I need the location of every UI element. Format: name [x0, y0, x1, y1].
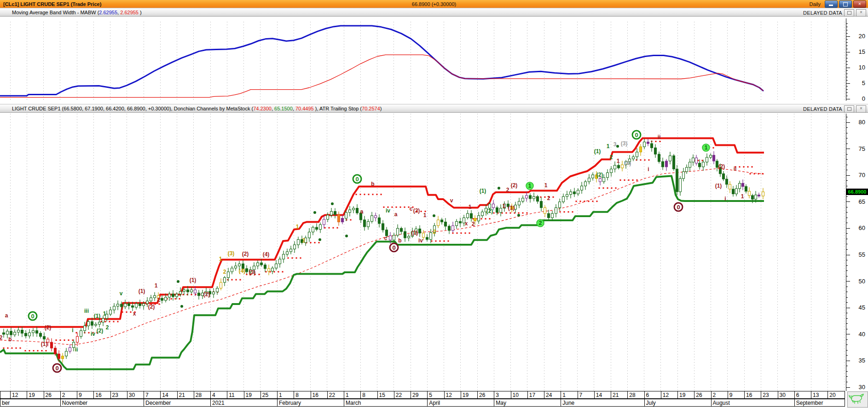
svg-text:(2): (2)	[45, 324, 52, 331]
svg-text:1: 1	[469, 204, 472, 210]
svg-text:c: c	[410, 206, 413, 212]
week-cell: 19	[244, 391, 260, 399]
svg-text:i: i	[72, 327, 73, 333]
week-cell: 22	[327, 391, 344, 399]
svg-text:2: 2	[433, 229, 436, 235]
week-cell: 12	[661, 391, 677, 399]
svg-text:a: a	[360, 208, 364, 215]
week-cell: 1	[344, 391, 360, 399]
svg-text:(1): (1)	[139, 288, 145, 294]
window-titlebar: [CLc1] LIGHT CRUDE SEP1 (Trade Price) 66…	[0, 0, 868, 8]
chart-canvas[interactable]: ab2(2)(1)iiiiiiiv(1)(2)12vx(1)(2)12(1)(2…	[0, 0, 868, 408]
last-price-tag: 66.8900	[846, 189, 868, 195]
svg-text:iv: iv	[91, 331, 95, 337]
elliott-wave-labels: ab2(2)(1)iiiiiiiv(1)(2)12vx(1)(2)12(1)(2…	[0, 134, 744, 353]
header-segment: )	[139, 10, 142, 15]
svg-text:1: 1	[617, 158, 620, 164]
svg-text:b: b	[371, 181, 374, 187]
maximize-button[interactable]	[839, 0, 852, 8]
indicator-axis-label: 15	[850, 48, 865, 55]
week-cell: 23	[110, 391, 127, 399]
periodicity-label[interactable]: Daily	[810, 1, 821, 7]
minimize-button[interactable]	[825, 0, 838, 8]
svg-text:(2): (2)	[148, 304, 155, 310]
minimize-icon	[829, 5, 833, 6]
week-cell: 30	[778, 391, 794, 399]
header-segment: LIGHT CRUDE SEP1 (66.5800, 67.1900, 66.4…	[12, 106, 253, 111]
price-axis-label: 45	[850, 304, 865, 311]
svg-text:ii: ii	[75, 346, 78, 353]
week-cell: 23	[761, 391, 777, 399]
week-cell: 19	[677, 391, 694, 399]
svg-text:a: a	[394, 211, 398, 218]
week-cell: 26	[477, 391, 494, 399]
svg-text:0: 0	[635, 132, 638, 138]
week-cell: 16	[311, 391, 327, 399]
mabw-line	[0, 26, 763, 96]
week-cell: 20	[827, 391, 844, 399]
svg-text:(1): (1)	[480, 188, 486, 194]
week-cell: 2	[60, 391, 77, 399]
svg-text:2: 2	[539, 220, 542, 226]
week-cell: 6	[794, 391, 811, 399]
svg-text:0: 0	[55, 365, 58, 372]
price-axis-label: 75	[850, 145, 865, 152]
week-cell: 5	[427, 391, 444, 399]
maximize-icon	[843, 2, 848, 6]
week-cell: 13	[811, 391, 827, 399]
svg-text:1: 1	[296, 224, 299, 230]
header-segment: ), ATR Trailing Stop (	[314, 106, 362, 111]
svg-text:(1): (1)	[94, 313, 101, 319]
svg-text:(1): (1)	[508, 205, 515, 211]
week-cell: 10	[511, 391, 527, 399]
svg-text:2: 2	[506, 187, 509, 193]
week-cell: 22	[394, 391, 411, 399]
restore-pane-button[interactable]	[844, 105, 854, 113]
month-cell: August	[711, 399, 794, 407]
svg-text:1: 1	[705, 144, 708, 151]
week-cell: 8	[360, 391, 377, 399]
price-axis-label: 60	[850, 224, 865, 231]
restore-icon	[847, 11, 851, 15]
svg-text:(1): (1)	[190, 277, 197, 283]
svg-text:(1): (1)	[41, 341, 48, 347]
header-segment: Moving Average Band Width - MABW (	[12, 10, 99, 15]
month-cell: December	[144, 399, 210, 407]
svg-text:1: 1	[741, 193, 744, 200]
svg-text:(2): (2)	[486, 208, 493, 214]
week-cell: 21	[611, 391, 627, 399]
svg-text:3: 3	[613, 141, 617, 148]
svg-text:2: 2	[223, 269, 226, 275]
svg-text:(3): (3)	[621, 140, 628, 147]
price-axis-label: 30	[850, 384, 865, 391]
svg-text:2: 2	[157, 297, 161, 303]
svg-text:0: 0	[392, 244, 395, 251]
svg-text:1: 1	[607, 143, 610, 149]
close-pane-button[interactable]: ×	[856, 9, 866, 17]
price-axis-label: 65	[850, 198, 865, 205]
svg-text:(4): (4)	[239, 268, 246, 274]
svg-text:0: 0	[31, 313, 34, 320]
price-axis-label: 70	[850, 172, 865, 178]
restore-pane-button[interactable]	[844, 9, 854, 17]
close-pane-button[interactable]: ×	[856, 105, 866, 113]
price-axis-label: 80	[850, 119, 865, 126]
week-cell: 24	[544, 391, 561, 399]
week-cell: 28	[627, 391, 644, 399]
price-pane-title: LIGHT CRUDE SEP1 (66.5800, 67.1900, 66.4…	[12, 106, 382, 111]
svg-text:1: 1	[155, 282, 158, 289]
svg-text:(3): (3)	[228, 250, 235, 257]
metastock-bull-logo-button[interactable]	[847, 391, 868, 408]
titlebar-last-price: 66.8900 (+0.30000)	[0, 1, 868, 7]
svg-text:(4): (4)	[625, 160, 631, 167]
month-cell: June	[561, 399, 644, 407]
delayed-data-label: DELAYED DATA	[803, 10, 842, 16]
week-cell: 14	[594, 391, 611, 399]
close-button[interactable]: ×	[853, 0, 866, 8]
week-cell: 7	[144, 391, 160, 399]
svg-text:iii: iii	[84, 308, 89, 314]
svg-text:(2): (2)	[97, 328, 104, 334]
week-cell	[0, 391, 10, 399]
week-cell: 11	[227, 391, 243, 399]
svg-text:0: 0	[355, 176, 359, 183]
